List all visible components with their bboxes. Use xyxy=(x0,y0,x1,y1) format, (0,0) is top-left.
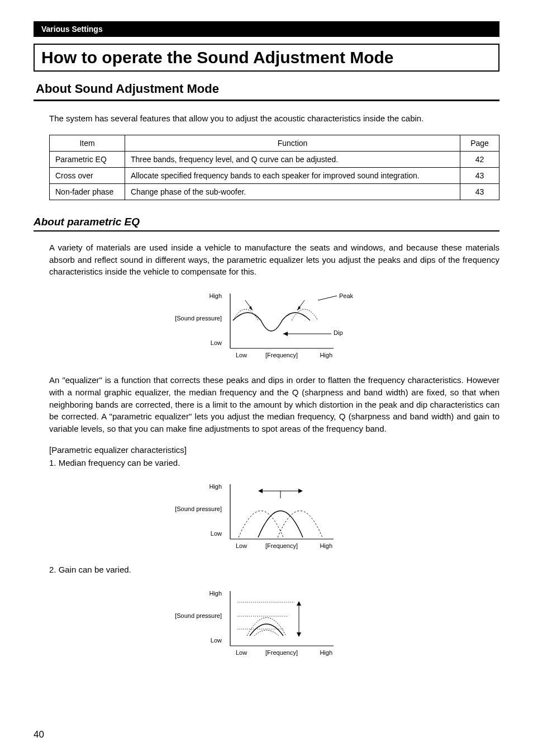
peq-title: About parametric EQ xyxy=(34,216,499,231)
characteristic-item-2: 2. Gain can be varied. xyxy=(49,565,499,574)
cell-page: 43 xyxy=(460,167,499,183)
label-high: High xyxy=(209,292,222,299)
label-low: Low xyxy=(211,637,222,644)
svg-marker-12 xyxy=(258,489,263,493)
section-header: Various Settings xyxy=(34,21,499,37)
label-low-x: Low xyxy=(236,542,247,549)
label-peak: Peak xyxy=(339,292,354,299)
characteristic-item-1: 1. Median frequency can be varied. xyxy=(49,458,499,467)
svg-marker-22 xyxy=(297,632,301,637)
characteristics-heading: [Parametric equalizer characteristics] xyxy=(49,445,499,455)
intro-paragraph: The system has several features that all… xyxy=(49,112,499,125)
cell-page: 43 xyxy=(460,183,499,200)
peq-paragraph-2: An "equalizer" is a function that correc… xyxy=(49,374,499,435)
label-high-x: High xyxy=(320,352,332,358)
cell-item: Cross over xyxy=(50,167,125,183)
diagram-peak-dip: High [Sound pressure] Low Peak Dip Low [… xyxy=(34,288,499,363)
peq-paragraph-1: A variety of materials are used inside a… xyxy=(49,242,499,278)
label-low: Low xyxy=(211,339,222,346)
label-frequency: [Frequency] xyxy=(265,352,298,358)
cell-function: Allocate specified frequency bands to ea… xyxy=(125,167,460,183)
table-header-row: Item Function Page xyxy=(50,135,499,151)
label-sound-pressure: [Sound pressure] xyxy=(175,315,222,322)
th-function: Function xyxy=(125,135,460,151)
page-number: 40 xyxy=(34,729,44,740)
label-low: Low xyxy=(211,530,222,537)
table-row: Parametric EQ Three bands, frequency lev… xyxy=(50,151,499,167)
th-item: Item xyxy=(50,135,125,151)
svg-line-6 xyxy=(318,296,337,300)
label-dip: Dip xyxy=(334,329,343,336)
svg-marker-8 xyxy=(283,332,288,336)
diagram-gain: High [Sound pressure] Low Low [Frequency… xyxy=(34,585,499,660)
label-sound-pressure: [Sound pressure] xyxy=(175,505,222,512)
main-title: How to operate the Sound Adjustment Mode xyxy=(41,48,492,67)
cell-function: Change phase of the sub-woofer. xyxy=(125,183,460,200)
cell-function: Three bands, frequency level, and Q curv… xyxy=(125,151,460,167)
svg-marker-21 xyxy=(297,601,301,606)
cell-item: Non-fader phase xyxy=(50,183,125,200)
table-row: Cross over Allocate specified frequency … xyxy=(50,167,499,183)
label-low-x: Low xyxy=(236,352,247,358)
th-page: Page xyxy=(460,135,499,151)
label-high: High xyxy=(209,483,222,490)
label-high: High xyxy=(209,590,222,597)
cell-page: 42 xyxy=(460,151,499,167)
svg-marker-13 xyxy=(298,489,303,493)
label-sound-pressure: [Sound pressure] xyxy=(175,612,222,619)
main-title-box: How to operate the Sound Adjustment Mode xyxy=(34,44,499,72)
diagram-median-frequency: High [Sound pressure] Low Low [Frequency… xyxy=(34,479,499,554)
label-frequency: [Frequency] xyxy=(265,649,298,656)
sub-title: About Sound Adjustment Mode xyxy=(34,82,499,101)
label-low-x: Low xyxy=(236,649,247,656)
label-frequency: [Frequency] xyxy=(265,542,298,549)
cell-item: Parametric EQ xyxy=(50,151,125,167)
label-high-x: High xyxy=(320,542,332,549)
label-high-x: High xyxy=(320,649,332,656)
function-table: Item Function Page Parametric EQ Three b… xyxy=(49,135,499,200)
table-row: Non-fader phase Change phase of the sub-… xyxy=(50,183,499,200)
